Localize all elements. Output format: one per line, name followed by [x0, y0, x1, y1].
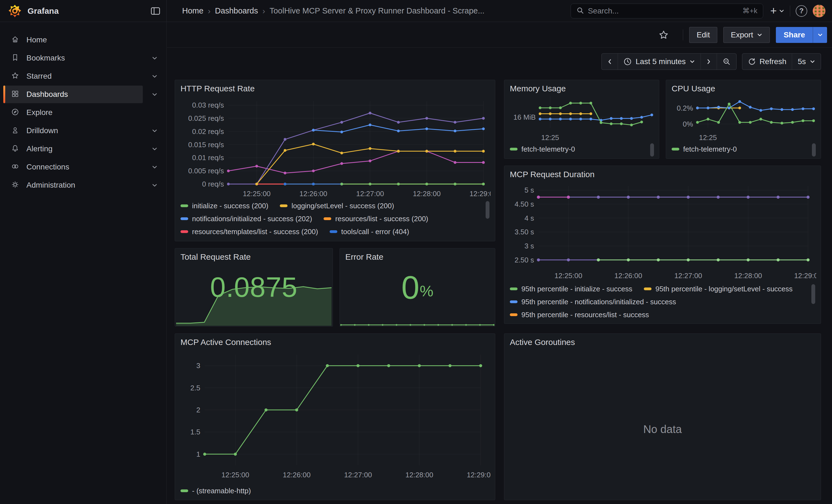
refresh-group: Refresh 5s	[742, 53, 821, 70]
chevron-down-icon[interactable]	[143, 85, 166, 103]
breadcrumb-item[interactable]: Home	[182, 6, 203, 16]
star-icon	[11, 72, 19, 81]
cpu-usage-chart[interactable]: 12:250.2%0%	[668, 93, 818, 140]
legend-item[interactable]: resources/templates/list - success (200)	[181, 228, 318, 236]
mcp-active-connections-chart[interactable]: 12:25:0012:26:0012:27:0012:28:0012:29:00…	[179, 350, 491, 482]
no-data-message: No data	[504, 334, 821, 500]
refresh-button[interactable]: Refresh	[742, 54, 792, 70]
breadcrumb-item[interactable]: Dashboards	[215, 6, 258, 16]
legend-item[interactable]: 95th percentile - notifications/initiali…	[510, 298, 676, 306]
sidebar-link-home[interactable]: Home	[3, 31, 143, 49]
legend-item[interactable]: logging/setLevel - success (200)	[280, 202, 394, 210]
add-button[interactable]: +	[770, 5, 784, 17]
bookmark-icon	[11, 53, 19, 63]
sidebar-link-explore[interactable]: Explore	[3, 104, 143, 121]
star-icon[interactable]	[658, 29, 669, 41]
sidebar-link-drilldown[interactable]: Drilldown	[3, 122, 143, 139]
legend-item[interactable]: unknown - success (200)	[382, 240, 473, 241]
sidebar-link-alerting[interactable]: Alerting	[3, 140, 143, 158]
time-shift-back-button[interactable]	[602, 54, 618, 70]
sidebar-item-label: Bookmarks	[26, 54, 65, 62]
legend-item[interactable]: 95th percentile - initialize - success	[510, 285, 632, 293]
legend-label: 95th percentile - resources/list - succe…	[521, 311, 649, 319]
refresh-interval-dropdown[interactable]: 5s	[792, 54, 821, 70]
grafana-logo-icon[interactable]	[8, 4, 22, 18]
legend-label: initialize - success (200)	[192, 202, 268, 210]
divider	[790, 5, 790, 17]
time-shift-forward-button[interactable]	[701, 54, 717, 70]
scrollbar-thumb[interactable]	[812, 143, 816, 157]
legend-row: resources/templates/list - success (200)…	[181, 227, 482, 236]
legend-item[interactable]: 95th percentile - logging/setLevel - suc…	[644, 285, 792, 293]
sidebar-item-alerting: Alerting	[0, 140, 166, 158]
chevron-down-icon[interactable]	[143, 176, 166, 194]
administration-icon	[11, 181, 19, 190]
sidebar-item-dashboards: Dashboards	[0, 85, 166, 103]
export-button[interactable]: Export	[723, 27, 770, 43]
dock-menu-icon[interactable]	[151, 7, 160, 16]
svg-text:5 s: 5 s	[524, 186, 534, 194]
chevron-down-icon[interactable]	[143, 68, 166, 85]
legend-label: fetch-telemetry-0	[521, 145, 575, 154]
sidebar-link-bookmarks[interactable]: Bookmarks	[3, 49, 143, 67]
panel-title[interactable]: MCP Active Connections	[181, 338, 271, 347]
http-request-rate-chart[interactable]: 12:25:0012:26:0012:27:0012:28:0012:29:00…	[179, 95, 491, 199]
panel-title[interactable]: MCP Request Duration	[510, 170, 595, 179]
legend-item[interactable]: resources/list - success (200)	[323, 215, 428, 223]
svg-text:12:29:00: 12:29:00	[469, 190, 491, 198]
stat-value: 0.0875	[210, 271, 298, 303]
sidebar-item-label: Starred	[26, 72, 52, 81]
mcp-request-duration-chart[interactable]: 12:25:0012:26:0012:27:0012:28:0012:29:00…	[509, 181, 816, 282]
time-range-picker[interactable]: Last 5 minutes	[618, 54, 701, 70]
share-button[interactable]: Share	[776, 27, 813, 43]
sidebar-link-dashboards[interactable]: Dashboards	[3, 85, 143, 103]
sidebar-item-starred: Starred	[0, 68, 166, 85]
legend-item[interactable]: tools/list - success (200)	[282, 240, 371, 241]
svg-text:0%: 0%	[683, 120, 693, 128]
chevron-down-icon[interactable]	[143, 140, 166, 158]
legend-row: 95th percentile - notifications/initiali…	[510, 297, 808, 307]
sidebar-item-label: Drilldown	[26, 126, 58, 135]
search-icon	[576, 7, 584, 16]
legend-item[interactable]: - (streamable-http)	[181, 487, 251, 495]
scrollbar-thumb[interactable]	[486, 201, 490, 219]
share-button-group: Share	[776, 27, 827, 43]
legend-label: 95th percentile - logging/setLevel - suc…	[655, 285, 792, 293]
legend-item[interactable]: tools/call - error (404)	[330, 228, 409, 236]
legend-item[interactable]: fetch-telemetry-0	[510, 145, 575, 154]
help-icon[interactable]: ?	[796, 5, 807, 17]
memory-usage-chart[interactable]: 12:2516 MiB	[506, 93, 656, 140]
scrollbar-thumb[interactable]	[650, 143, 654, 157]
series-color-marker	[181, 489, 188, 492]
explore-icon	[11, 108, 19, 117]
search-input[interactable]: Search... ⌘+k	[571, 4, 763, 19]
legend-row: fetch-telemetry-0	[510, 144, 647, 154]
user-avatar[interactable]	[813, 5, 825, 17]
nav-right: Home›Dashboards›ToolHive MCP Server & Pr…	[167, 0, 832, 22]
legend-item[interactable]: fetch-telemetry-0	[672, 145, 737, 154]
sidebar-link-administration[interactable]: Administration	[3, 176, 143, 194]
svg-text:3 s: 3 s	[524, 242, 534, 250]
chevron-down-icon[interactable]	[143, 158, 166, 176]
sidebar-link-starred[interactable]: Starred	[3, 68, 143, 85]
legend-item[interactable]: initialize - success (200)	[181, 202, 268, 210]
sidebar-link-connections[interactable]: Connections	[3, 158, 143, 176]
panel-title[interactable]: HTTP Request Rate	[181, 84, 255, 93]
svg-text:2.5: 2.5	[190, 384, 200, 392]
legend-row: 95th percentile - initialize - success95…	[510, 284, 808, 294]
panel-title[interactable]: Memory Usage	[510, 84, 566, 93]
share-dropdown-button[interactable]	[813, 27, 827, 43]
chevron-down-icon[interactable]	[143, 49, 166, 67]
scrollbar-thumb[interactable]	[811, 284, 815, 304]
breadcrumb-separator: ›	[262, 6, 265, 16]
edit-button[interactable]: Edit	[689, 27, 717, 43]
stat-value: 0	[401, 269, 420, 306]
chevron-down-icon[interactable]	[143, 122, 166, 139]
chevron-down-icon	[779, 9, 784, 13]
panel-title[interactable]: CPU Usage	[672, 84, 715, 93]
zoom-out-icon[interactable]	[717, 54, 736, 70]
legend-item[interactable]: 95th percentile - resources/list - succe…	[510, 311, 649, 319]
svg-text:0.005 req/s: 0.005 req/s	[188, 167, 224, 175]
legend-item[interactable]: notifications/initialized - success (202…	[181, 215, 312, 223]
legend-item[interactable]: tools/call - success (200)	[181, 240, 271, 241]
